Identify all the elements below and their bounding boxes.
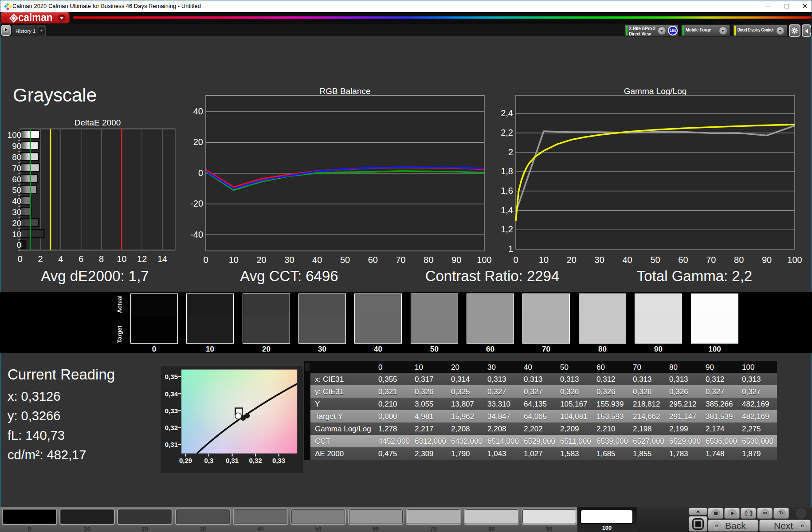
svg-text:100: 100 bbox=[8, 130, 22, 140]
svg-text:0,32: 0,32 bbox=[165, 424, 178, 431]
svg-text:14: 14 bbox=[157, 254, 167, 264]
svg-text:90: 90 bbox=[762, 255, 772, 265]
svg-text:1,2: 1,2 bbox=[501, 224, 513, 234]
svg-text:30: 30 bbox=[284, 255, 294, 265]
svg-text:-20: -20 bbox=[190, 199, 203, 208]
svg-text:1,4: 1,4 bbox=[501, 205, 513, 215]
svg-text:0: 0 bbox=[198, 168, 203, 178]
svg-text:0,29: 0,29 bbox=[179, 457, 192, 464]
svg-text:60: 60 bbox=[368, 255, 378, 265]
svg-text:40: 40 bbox=[193, 106, 203, 116]
svg-text:4: 4 bbox=[58, 254, 63, 264]
svg-text:40: 40 bbox=[622, 255, 632, 265]
svg-text:80: 80 bbox=[424, 255, 433, 265]
svg-text:100: 100 bbox=[787, 255, 802, 265]
svg-text:0: 0 bbox=[513, 255, 518, 265]
svg-text:70: 70 bbox=[396, 255, 405, 265]
svg-text:-40: -40 bbox=[190, 230, 203, 239]
svg-text:0,33: 0,33 bbox=[272, 457, 285, 464]
svg-text:0: 0 bbox=[18, 254, 23, 264]
svg-text:70: 70 bbox=[706, 255, 716, 265]
svg-text:20: 20 bbox=[12, 219, 21, 228]
svg-text:20: 20 bbox=[567, 255, 577, 265]
svg-text:0,33: 0,33 bbox=[165, 407, 178, 415]
svg-text:2,4: 2,4 bbox=[501, 108, 513, 118]
svg-text:10: 10 bbox=[539, 255, 549, 265]
svg-text:40: 40 bbox=[312, 255, 322, 265]
svg-text:60: 60 bbox=[678, 255, 688, 265]
svg-text:0,35: 0,35 bbox=[165, 373, 178, 380]
svg-text:2: 2 bbox=[38, 254, 43, 264]
svg-text:100: 100 bbox=[477, 255, 491, 265]
svg-text:80: 80 bbox=[734, 255, 744, 265]
svg-text:30: 30 bbox=[595, 255, 604, 265]
svg-text:0: 0 bbox=[17, 240, 22, 250]
svg-text:0,31: 0,31 bbox=[226, 457, 239, 464]
svg-text:12: 12 bbox=[137, 254, 147, 264]
svg-text:60: 60 bbox=[12, 175, 21, 184]
svg-text:40: 40 bbox=[12, 196, 21, 206]
svg-text:1,6: 1,6 bbox=[501, 186, 513, 196]
svg-text:2,2: 2,2 bbox=[501, 128, 513, 137]
svg-text:90: 90 bbox=[451, 255, 461, 265]
svg-text:70: 70 bbox=[12, 164, 21, 173]
svg-text:50: 50 bbox=[12, 185, 21, 195]
svg-text:10: 10 bbox=[117, 254, 126, 264]
svg-text:0,34: 0,34 bbox=[165, 390, 178, 398]
svg-text:20: 20 bbox=[193, 137, 203, 147]
svg-text:10: 10 bbox=[12, 230, 21, 239]
svg-text:1: 1 bbox=[508, 244, 513, 254]
svg-text:6: 6 bbox=[78, 254, 83, 264]
svg-text:2: 2 bbox=[508, 147, 513, 157]
svg-text:50: 50 bbox=[650, 255, 660, 265]
svg-text:30: 30 bbox=[12, 207, 21, 217]
svg-text:0,3: 0,3 bbox=[204, 457, 214, 464]
svg-text:50: 50 bbox=[340, 255, 350, 265]
svg-text:80: 80 bbox=[12, 153, 21, 162]
svg-text:90: 90 bbox=[12, 141, 21, 151]
svg-text:0,32: 0,32 bbox=[249, 457, 262, 464]
svg-text:8: 8 bbox=[99, 254, 104, 264]
svg-text:0: 0 bbox=[203, 255, 208, 265]
svg-text:1,8: 1,8 bbox=[501, 166, 513, 176]
svg-text:0,31: 0,31 bbox=[165, 441, 178, 448]
svg-text:10: 10 bbox=[229, 255, 239, 265]
svg-text:20: 20 bbox=[256, 255, 266, 265]
